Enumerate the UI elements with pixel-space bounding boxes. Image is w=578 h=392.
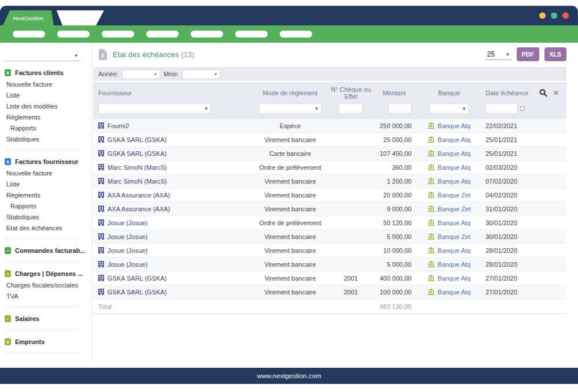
nav-pill[interactable] — [280, 31, 312, 38]
banque-link[interactable]: Banque Atq — [438, 289, 470, 296]
sidebar-item[interactable]: Liste — [5, 178, 87, 189]
cheque-filter-input[interactable] — [339, 103, 363, 114]
close-dot-icon[interactable] — [562, 13, 569, 19]
nav-pill[interactable] — [146, 31, 179, 38]
sidebar-item[interactable]: Rapports — [5, 122, 87, 133]
banque-link[interactable]: Banque Atq — [438, 150, 470, 157]
montant-cell: 9 000,00 — [371, 206, 417, 212]
sidebar-section-header[interactable]: ≡ Commandes facturab... — [5, 245, 87, 256]
sidebar-item[interactable]: Règlements — [5, 111, 87, 122]
fournisseur-link[interactable]: GSKA SARL (GSKA) — [108, 289, 166, 296]
fournisseur-link[interactable]: Josue (Josue) — [108, 261, 147, 268]
sidebar-item[interactable]: Rapports — [5, 200, 87, 211]
fournisseur-link[interactable]: Marc SimoN (MarcS) — [108, 164, 167, 171]
fournisseur-link[interactable]: Josue (Josue) — [108, 219, 147, 226]
secondary-tab[interactable] — [57, 10, 104, 25]
mode-filter-select[interactable]: ▾ — [259, 103, 321, 114]
fournisseur-link[interactable]: AXA Assurance (AXA) — [108, 192, 170, 199]
clear-filters-icon[interactable]: ✕ — [553, 89, 559, 97]
mode-cell: Virement bancaire — [250, 178, 331, 185]
building-icon — [98, 192, 104, 198]
montant-filter-input[interactable] — [388, 103, 412, 114]
company-select[interactable]: ▾ — [5, 50, 81, 61]
datepicker-icon[interactable] — [520, 106, 525, 111]
sidebar-item[interactable]: Liste — [5, 89, 87, 100]
sidebar-section-header[interactable]: $ Factures fournisseur — [5, 156, 87, 167]
month-filter-select[interactable]: ▾ — [182, 69, 220, 79]
column-header-montant[interactable]: Montant — [371, 89, 417, 96]
total-montant: 983 130,00 — [371, 303, 417, 310]
sidebar: ▾ $ Factures clients Nouvelle facture Li… — [0, 43, 92, 361]
banque-link[interactable]: Banque Atq — [438, 178, 470, 185]
sidebar-item[interactable]: Statistiques — [5, 133, 87, 144]
main-navbar — [0, 25, 578, 43]
maximize-dot-icon[interactable] — [551, 13, 557, 19]
export-pdf-button[interactable]: PDF — [517, 47, 539, 61]
sidebar-section-header[interactable]: ▪ Salaires — [5, 313, 87, 324]
bank-icon — [428, 275, 435, 281]
sidebar-item[interactable]: Règlements — [5, 189, 87, 200]
sidebar-item[interactable]: Liste des modèles — [5, 100, 87, 111]
sidebar-item[interactable]: Nouvelle facture — [5, 79, 87, 89]
date-cell: 25/01/2021 — [481, 150, 536, 157]
page-size-select[interactable]: 25 ▾ — [485, 49, 512, 60]
nav-pill[interactable] — [102, 31, 134, 38]
sidebar-item[interactable]: TVA — [5, 290, 87, 301]
fournisseur-link[interactable]: Fourni2 — [108, 122, 129, 129]
banque-filter-select[interactable]: ▾ — [429, 103, 469, 114]
minimize-dot-icon[interactable] — [539, 13, 546, 19]
column-header-banque[interactable]: Banque — [417, 89, 481, 96]
nav-pill[interactable] — [235, 31, 268, 38]
fournisseur-link[interactable]: GSKA SARL (GSKA) — [108, 150, 166, 157]
sidebar-section-label: Salaires — [15, 315, 39, 322]
fournisseur-link[interactable]: AXA Assurance (AXA) — [108, 206, 170, 212]
column-header-mode[interactable]: Mode de règlement — [250, 89, 331, 96]
sidebar-section-header[interactable]: $ Emprunts — [5, 337, 87, 348]
table-row: Josue (Josue) Virement bancaire 10 000,0… — [94, 244, 566, 257]
table-body: Fourni2 Espèce 250 000,00 Banque Atq 22/… — [94, 119, 566, 299]
sidebar-item[interactable]: Nouvelle facture — [5, 167, 87, 178]
nav-pill[interactable] — [13, 31, 45, 38]
banque-link[interactable]: Banque Atq — [438, 122, 470, 129]
fournisseur-link[interactable]: Josue (Josue) — [108, 233, 147, 240]
banque-link[interactable]: Banque Atq — [438, 247, 470, 254]
banque-link[interactable]: Banque Atq — [438, 164, 470, 171]
sidebar-section-header[interactable]: ≡ Charges | Dépenses ... — [5, 268, 87, 279]
sidebar-section: ▪ Salaires — [5, 313, 87, 330]
export-xls-button[interactable]: XLS — [544, 47, 566, 61]
building-icon — [98, 261, 104, 267]
nav-pill[interactable] — [191, 31, 223, 38]
brand-tab[interactable]: NextGestion — [3, 10, 54, 25]
column-header-fournisseur[interactable]: Fournisseur — [94, 89, 250, 96]
expenses-icon: ≡ — [5, 270, 11, 277]
table-row: Josue (Josue) Ordre de prélèvement 50 12… — [94, 216, 566, 230]
date-cell: 27/01/2020 — [481, 289, 536, 296]
sidebar-section: $ Factures fournisseur Nouvelle facture … — [5, 156, 87, 239]
banque-link[interactable]: Banque Atq — [438, 261, 470, 268]
column-header-date[interactable]: Date échéance — [481, 89, 536, 96]
fournisseur-link[interactable]: GSKA SARL (GSKA) — [108, 136, 166, 143]
sidebar-item[interactable]: Charges fiscales/sociales — [5, 279, 87, 290]
date-filter-input[interactable] — [486, 103, 518, 114]
fournisseur-filter-select[interactable]: ▾ — [98, 103, 211, 114]
banque-link[interactable]: Banque Atq — [438, 219, 470, 226]
fournisseur-link[interactable]: GSKA SARL (GSKA) — [108, 275, 166, 282]
banque-link[interactable]: Banque Atq — [438, 136, 470, 143]
banque-link[interactable]: Banque Zet — [438, 192, 470, 199]
column-header-cheque[interactable]: N° Chèque ou Effet — [331, 86, 371, 100]
sidebar-item[interactable]: Statistiques — [5, 211, 87, 222]
search-icon[interactable] — [539, 89, 547, 97]
fournisseur-link[interactable]: Marc SimoN (MarcS) — [108, 178, 167, 185]
chevron-down-icon: ▾ — [75, 53, 77, 58]
banque-link[interactable]: Banque Atq — [438, 275, 470, 282]
nav-pill[interactable] — [57, 31, 90, 38]
year-filter-select[interactable]: ▾ — [122, 69, 160, 79]
montant-cell: 360,00 — [371, 164, 417, 171]
building-icon — [98, 206, 104, 212]
fournisseur-link[interactable]: Josue (Josue) — [108, 247, 147, 254]
chevron-down-icon: ▾ — [315, 106, 318, 111]
banque-link[interactable]: Banque Zet — [438, 233, 470, 240]
banque-link[interactable]: Banque Zet — [438, 206, 470, 212]
sidebar-item[interactable]: Etat des échéances — [5, 222, 87, 233]
sidebar-section-header[interactable]: $ Factures clients — [5, 68, 87, 79]
